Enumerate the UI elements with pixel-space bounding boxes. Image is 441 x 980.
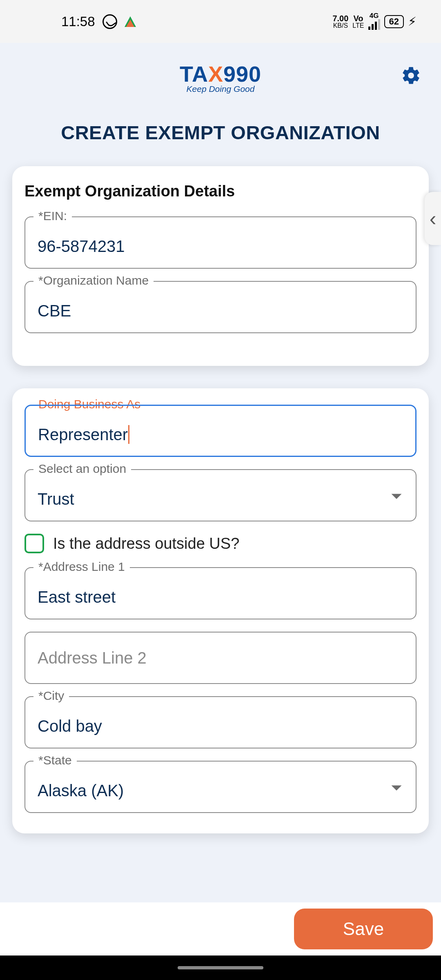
address1-input[interactable]: East street	[24, 567, 416, 619]
org-name-field[interactable]: *Organization Name CBE	[24, 281, 416, 333]
chevron-left-icon: ‹	[430, 207, 437, 230]
status-bar: 11:58 7.00 KB/S Vo LTE 4G 62 ⚡︎	[0, 0, 441, 43]
status-left: 11:58	[61, 14, 136, 29]
card-title: Exempt Organization Details	[24, 183, 416, 200]
dba-field[interactable]: Doing Business As Representer	[24, 405, 416, 457]
city-label: *City	[33, 689, 69, 703]
bottom-action-bar: Save	[0, 902, 441, 956]
signal-bars-icon	[368, 19, 380, 30]
state-select-field[interactable]: *State Alaska (AK)	[24, 761, 416, 813]
charging-icon: ⚡︎	[408, 14, 416, 29]
outside-us-row[interactable]: Is the address outside US?	[24, 534, 416, 553]
address2-field[interactable]: Address Line 2	[24, 632, 416, 684]
status-time: 11:58	[61, 14, 95, 29]
settings-button[interactable]	[401, 65, 421, 87]
app-header: TAX990 Keep Doing Good	[0, 43, 441, 112]
text-caret	[128, 425, 129, 444]
state-label: *State	[33, 753, 77, 767]
outside-us-label: Is the address outside US?	[53, 535, 239, 552]
ein-field[interactable]: *EIN: 96-5874231	[24, 216, 416, 269]
battery-indicator: 62	[384, 15, 404, 28]
org-name-input[interactable]: CBE	[24, 281, 416, 333]
dba-input[interactable]: Representer	[38, 425, 128, 444]
address1-field[interactable]: *Address Line 1 East street	[24, 567, 416, 619]
chevron-down-icon	[390, 493, 403, 503]
org-type-select-field[interactable]: Select an option Trust	[24, 469, 416, 521]
app-notification-icon	[125, 16, 136, 27]
network-speed: 7.00 KB/S	[332, 14, 348, 29]
status-right: 7.00 KB/S Vo LTE 4G 62 ⚡︎	[332, 12, 416, 31]
address2-input[interactable]: Address Line 2	[24, 632, 416, 684]
app-logo: TAX990 Keep Doing Good	[180, 61, 261, 94]
form-content: Exempt Organization Details *EIN: 96-587…	[0, 166, 441, 921]
ein-label: *EIN:	[33, 209, 72, 223]
exempt-org-details-card: Exempt Organization Details *EIN: 96-587…	[12, 166, 429, 366]
ein-input[interactable]: 96-5874231	[24, 216, 416, 269]
address1-label: *Address Line 1	[33, 560, 130, 574]
save-button[interactable]: Save	[294, 909, 433, 949]
system-nav-bar	[0, 956, 441, 980]
state-select[interactable]: Alaska (AK)	[24, 761, 416, 813]
org-name-label: *Organization Name	[33, 274, 154, 287]
network-type: 4G	[368, 12, 380, 31]
city-input[interactable]: Cold bay	[24, 696, 416, 748]
org-type-label: Select an option	[33, 462, 131, 476]
city-field[interactable]: *City Cold bay	[24, 696, 416, 748]
volte-indicator: Vo LTE	[352, 14, 364, 29]
side-drawer-handle[interactable]: ‹	[425, 192, 441, 245]
org-type-select[interactable]: Trust	[24, 469, 416, 521]
outside-us-checkbox[interactable]	[24, 534, 44, 553]
gear-icon	[401, 65, 421, 86]
chevron-down-icon	[390, 784, 403, 794]
home-indicator[interactable]	[178, 966, 263, 969]
page-title: CREATE EXEMPT ORGANIZATION	[0, 112, 441, 166]
address-card: Doing Business As Representer Select an …	[12, 388, 429, 833]
whatsapp-icon	[102, 14, 117, 29]
app-tagline: Keep Doing Good	[180, 84, 261, 94]
